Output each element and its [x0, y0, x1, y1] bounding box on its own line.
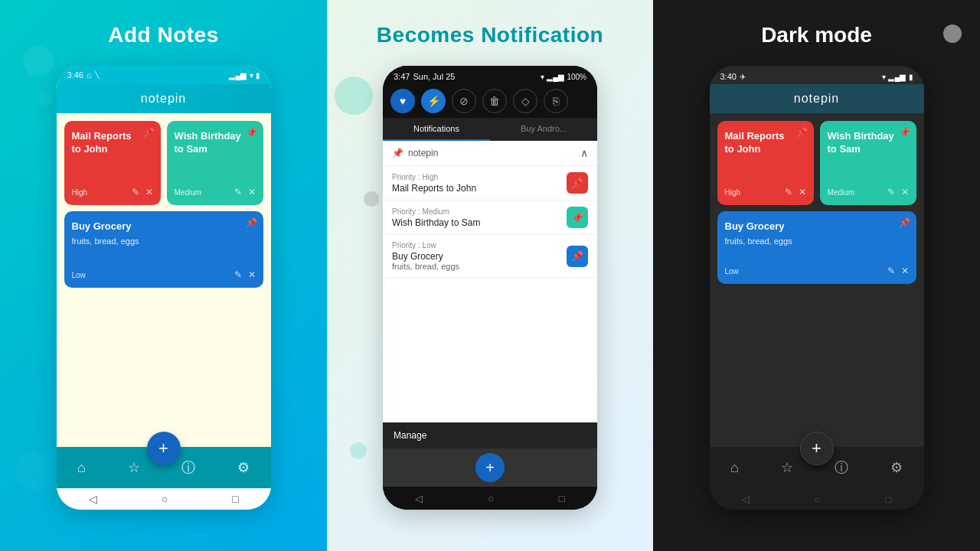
block-action-btn[interactable]: ⊘	[452, 89, 476, 113]
notif-collapse-icon[interactable]: ∧	[580, 147, 588, 159]
bottom-nav-3: ⌂ ☆ + ⓘ ⚙	[710, 447, 924, 488]
copy-action-btn[interactable]: ⎘	[544, 89, 568, 113]
notif-content-buy-grocery: Priority : Low Buy Grocery fruits, bread…	[392, 241, 567, 271]
delete-icon-3-buy-grocery[interactable]: ✕	[901, 266, 909, 276]
section1-title: Add Notes	[108, 23, 219, 47]
edit-icon-3-mail-john[interactable]: ✎	[785, 187, 792, 197]
home-btn-3[interactable]: ○	[815, 494, 821, 505]
home-nav-icon[interactable]: ⌂	[77, 460, 86, 476]
note-title-wish-sam: Wish Birthday to Sam	[175, 130, 256, 156]
info-nav-icon[interactable]: ⓘ	[181, 458, 195, 477]
note-footer-3-buy-grocery: Low ✎ ✕	[725, 266, 909, 276]
note-footer-mail-john: High ✎ ✕	[72, 187, 153, 197]
section2-title: Becomes Notification	[377, 23, 603, 47]
home-btn-2[interactable]: ○	[488, 493, 494, 504]
notif-tab-buy[interactable]: Buy Andro...	[490, 118, 597, 141]
recents-btn-2[interactable]: □	[559, 493, 565, 504]
note-body-3-mail-john	[725, 159, 806, 182]
status-left-2: 3:47 Sun, Jul 25	[394, 72, 455, 81]
edit-icon-wish-sam[interactable]: ✎	[234, 187, 242, 197]
deco-circle-2	[38, 92, 52, 106]
pin-icon-3-wish-sam: 📌	[899, 127, 910, 138]
deco-circle-5	[350, 442, 367, 459]
battery-icon-2: 100%	[567, 73, 586, 81]
status-left-3: 3:40 ✈	[720, 72, 746, 81]
star-nav-icon-3[interactable]: ☆	[781, 459, 793, 476]
edit-icon-buy-grocery[interactable]: ✎	[234, 269, 242, 280]
delete-icon-wish-sam[interactable]: ✕	[248, 187, 256, 197]
phone-status-3: 3:40 ✈ ▾ ▂▄▆ ▮	[710, 66, 924, 84]
note-title-3-buy-grocery: Buy Grocery	[725, 220, 909, 233]
note-body-3-wish-sam	[828, 159, 909, 182]
notif-item-wish-sam[interactable]: Priority : Medium Wish Birthday to Sam 📌	[383, 201, 597, 235]
app-header-1: notepin	[57, 84, 271, 113]
pin-icon-3-buy-grocery: 📌	[899, 217, 910, 228]
note-actions-buy-grocery: ✎ ✕	[234, 269, 256, 280]
home-btn-1[interactable]: ○	[162, 493, 168, 505]
notif-fab-btn[interactable]: +	[475, 453, 505, 482]
note-card-buy-grocery[interactable]: 📌 Buy Grocery fruits, bread, eggs Low ✎ …	[64, 211, 263, 288]
note-body-wish-sam	[175, 159, 256, 182]
notif-subtitle-buy-grocery: fruits, bread, eggs	[392, 262, 567, 271]
section3-title: Dark mode	[761, 23, 872, 47]
back-btn-3[interactable]: ◁	[742, 494, 750, 505]
notif-tabs: Notifications Buy Andro...	[383, 118, 597, 141]
fab-add-button-3[interactable]: +	[800, 432, 834, 465]
notif-title-mail-john: Mail Reports to John	[392, 183, 567, 194]
fab-add-button[interactable]: +	[147, 432, 181, 465]
back-btn-1[interactable]: ◁	[89, 493, 97, 505]
notif-item-buy-grocery[interactable]: Priority : Low Buy Grocery fruits, bread…	[383, 235, 597, 278]
wifi-bars-1: ▾	[250, 71, 253, 80]
recents-btn-3[interactable]: □	[885, 494, 891, 505]
phone-frame-2: 3:47 Sun, Jul 25 ▾ ▂▄▆ 100% ♥ ⚡ ⊘ 🗑 ◇ ⎘ …	[383, 66, 597, 510]
recents-btn-1[interactable]: □	[232, 493, 238, 505]
notif-badge-buy-grocery: 📌	[567, 246, 588, 267]
settings-nav-icon[interactable]: ⚙	[237, 459, 250, 476]
edit-icon-mail-john[interactable]: ✎	[132, 187, 139, 197]
delete-icon-3-wish-sam[interactable]: ✕	[901, 187, 909, 197]
phone-frame-1: 3:46 ⌂ ╲ ▂▄▆ ▾ ▮ notepin 📌 Mail Reports …	[57, 66, 271, 510]
delete-icon-3-mail-john[interactable]: ✕	[799, 187, 806, 197]
notif-item-mail-john[interactable]: Priority : High Mail Reports to John 📌	[383, 166, 597, 201]
notif-priority-mail-john: Priority : High	[392, 173, 567, 181]
star-nav-icon[interactable]: ☆	[128, 459, 140, 476]
home-nav-icon-3[interactable]: ⌂	[730, 460, 739, 476]
trash-action-btn[interactable]: 🗑	[482, 89, 507, 113]
deco-circle-6	[364, 191, 379, 207]
note-title-3-mail-john: Mail Reports to John	[725, 130, 806, 156]
note-priority-mail-john: High	[72, 188, 88, 197]
section-notification: Becomes Notification 3:47 Sun, Jul 25 ▾ …	[327, 0, 653, 551]
edit-icon-3-wish-sam[interactable]: ✎	[887, 187, 895, 197]
notes-grid-3: 📌 Mail Reports to John High ✎ ✕ 📌 Wish B…	[710, 113, 924, 447]
note-card-mail-john[interactable]: 📌 Mail Reports to John High ✎ ✕	[64, 121, 161, 205]
signal-bars-1: ▂▄▆	[229, 71, 247, 80]
phone-bottom-2: ◁ ○ □	[383, 487, 597, 510]
phone-status-bar-1: 3:46 ⌂ ╲ ▂▄▆ ▾ ▮	[57, 66, 271, 84]
notif-preview-area: +	[383, 448, 597, 487]
heart-action-btn[interactable]: ♥	[390, 89, 415, 113]
notif-title-buy-grocery-2: Buy Grocery	[392, 251, 567, 262]
bluetooth-action-btn[interactable]: ⚡	[421, 89, 446, 113]
manage-label[interactable]: Manage	[394, 430, 426, 441]
note-card-3-buy-grocery[interactable]: 📌 Buy Grocery fruits, bread, eggs Low ✎ …	[717, 211, 916, 284]
gray-circle-deco	[943, 24, 962, 43]
notif-tab-notifications[interactable]: Notifications	[383, 118, 490, 141]
status-time-2: 3:47	[394, 72, 410, 81]
edit-icon-3-buy-grocery[interactable]: ✎	[887, 266, 895, 276]
status-date-2: Sun, Jul 25	[413, 72, 455, 81]
delete-icon-buy-grocery[interactable]: ✕	[248, 269, 256, 280]
back-btn-2[interactable]: ◁	[415, 493, 423, 504]
note-footer-3-mail-john: High ✎ ✕	[725, 187, 806, 197]
notif-app-name: 📌 notepin	[392, 148, 438, 158]
note-actions-wish-sam: ✎ ✕	[234, 187, 256, 197]
settings-nav-icon-3[interactable]: ⚙	[890, 459, 903, 476]
signal-icon-3: ▾	[882, 73, 886, 81]
note-card-wish-sam[interactable]: 📌 Wish Birthday to Sam Medium ✎ ✕	[167, 121, 263, 205]
note-card-3-mail-john[interactable]: 📌 Mail Reports to John High ✎ ✕	[717, 121, 814, 205]
note-card-3-wish-sam[interactable]: 📌 Wish Birthday to Sam Medium ✎ ✕	[820, 121, 916, 205]
info-nav-icon-3[interactable]: ⓘ	[835, 458, 848, 477]
app-header-3: notepin	[710, 84, 924, 113]
diamond-action-btn[interactable]: ◇	[513, 89, 537, 113]
app-name-3: notepin	[794, 92, 840, 105]
delete-icon-mail-john[interactable]: ✕	[145, 187, 153, 197]
